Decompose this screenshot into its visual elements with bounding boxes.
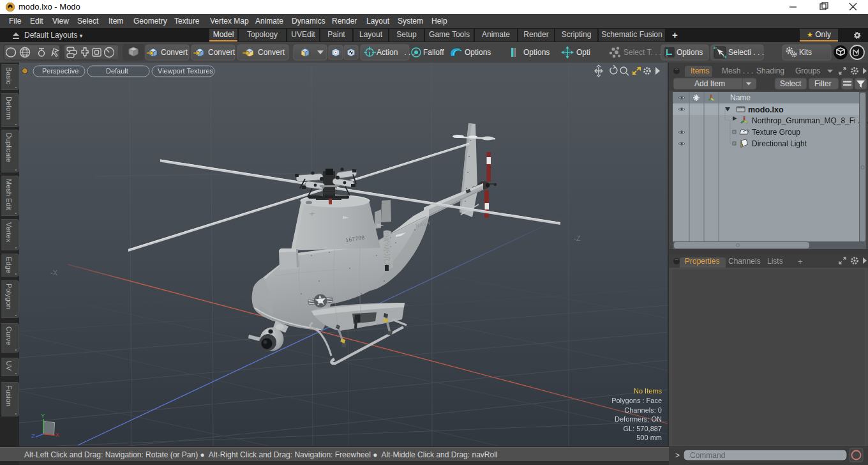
- svg-text:Select: Select: [780, 79, 802, 88]
- svg-text:Items: Items: [691, 66, 709, 75]
- svg-text:Options: Options: [677, 48, 703, 57]
- svg-text:Select T. . .: Select T. . .: [624, 48, 661, 57]
- svg-text:Directional Light: Directional Light: [752, 139, 807, 148]
- svg-text:Name: Name: [730, 93, 751, 102]
- svg-text:+: +: [798, 257, 803, 266]
- svg-text:-Z: -Z: [574, 234, 581, 242]
- svg-text:Channels: Channels: [728, 257, 761, 266]
- svg-text:Viewport Textures: Viewport Textures: [158, 67, 214, 75]
- svg-text:Convert: Convert: [258, 48, 285, 57]
- svg-text:X: X: [56, 431, 60, 438]
- svg-text:Default: Default: [106, 67, 128, 75]
- svg-text:Falloff: Falloff: [423, 48, 444, 57]
- svg-text:Selecti . . .: Selecti . . .: [728, 48, 764, 57]
- svg-text:Convert: Convert: [161, 48, 188, 57]
- svg-text:Lists: Lists: [767, 257, 783, 266]
- svg-text:500 mm: 500 mm: [636, 434, 662, 441]
- svg-text:Shading: Shading: [756, 66, 784, 75]
- svg-text:-X: -X: [50, 269, 58, 277]
- svg-text:Channels: 0: Channels: 0: [624, 406, 662, 414]
- svg-text:modo.lxo: modo.lxo: [748, 105, 784, 114]
- svg-text:Convert: Convert: [208, 48, 236, 57]
- svg-text:Northrop_Grumman_MQ_8_Fi . . .: Northrop_Grumman_MQ_8_Fi . . .: [752, 116, 868, 125]
- svg-text:Command: Command: [690, 451, 725, 460]
- svg-text:Y: Y: [41, 412, 45, 419]
- svg-text:Filter: Filter: [814, 79, 832, 88]
- svg-text:Properties: Properties: [685, 257, 720, 266]
- svg-text:Z: Z: [31, 432, 35, 439]
- svg-text:Polygons : Face: Polygons : Face: [611, 397, 662, 404]
- svg-text:Opti: Opti: [576, 48, 590, 57]
- svg-text:Options: Options: [523, 48, 550, 57]
- svg-text:Perspective: Perspective: [42, 67, 79, 75]
- svg-text:Deformers: ON: Deformers: ON: [615, 415, 662, 423]
- svg-text:GL: 570,887: GL: 570,887: [623, 425, 662, 432]
- svg-text:Groups: Groups: [795, 66, 820, 75]
- svg-text:No Items: No Items: [634, 387, 662, 395]
- svg-text:Add Item: Add Item: [694, 79, 725, 88]
- svg-text:>: >: [675, 451, 680, 460]
- svg-text:Action . . .: Action . . .: [377, 48, 415, 57]
- svg-text:Texture Group: Texture Group: [752, 128, 800, 137]
- svg-text:Options: Options: [465, 48, 491, 57]
- svg-text:Mesh . . .: Mesh . . .: [722, 66, 753, 75]
- svg-text:Kits: Kits: [799, 48, 812, 57]
